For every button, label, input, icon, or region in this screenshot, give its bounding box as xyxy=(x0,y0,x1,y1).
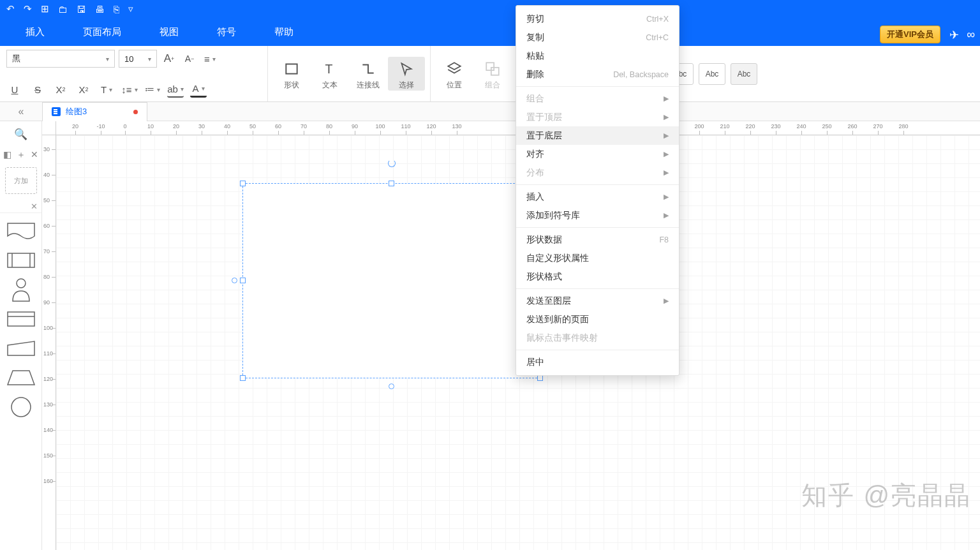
shape-predefined-process[interactable] xyxy=(5,249,37,272)
document-tab[interactable]: 绘图3 xyxy=(42,102,147,121)
context-menu-item[interactable]: 复制Ctrl+C xyxy=(516,28,679,47)
font-family-select[interactable]: 黑▾ xyxy=(6,50,115,68)
shape-tool-button[interactable]: 形状 xyxy=(273,57,310,91)
menu-page-layout[interactable]: 页面布局 xyxy=(83,26,121,38)
connector-tool-button[interactable]: 连接线 xyxy=(350,57,387,91)
vip-button[interactable]: 开通VIP会员 xyxy=(880,26,940,43)
chevron-right-icon: ▶ xyxy=(664,211,669,219)
context-menu-item: 置于顶层▶ xyxy=(516,108,679,126)
increase-font-icon[interactable]: A+ xyxy=(161,50,177,67)
ruler-tick: 230 xyxy=(771,123,780,130)
context-menu-item[interactable]: 对齐▶ xyxy=(516,145,679,163)
tab-title: 绘图3 xyxy=(66,106,87,117)
sidebar-section-close-icon[interactable]: ✕ xyxy=(31,202,38,211)
collapse-sidebar-icon[interactable]: « xyxy=(0,106,42,117)
context-menu-item[interactable]: 形状格式 xyxy=(516,267,679,286)
position-button[interactable]: 位置 xyxy=(436,57,473,91)
shape-trapezoid[interactable] xyxy=(5,366,37,389)
sidebar-add-icon[interactable]: ＋ xyxy=(17,149,26,161)
context-menu-item: 鼠标点击事件映射 xyxy=(516,329,679,347)
ruler-tick: 50 xyxy=(249,123,256,130)
shape-document[interactable] xyxy=(5,219,37,242)
ruler-tick: 20 xyxy=(72,123,78,130)
qat-more-icon[interactable]: ▿ xyxy=(128,3,133,15)
text-tool-button[interactable]: T文本 xyxy=(311,57,348,91)
font-size-select[interactable]: 10▾ xyxy=(119,50,157,68)
ruler-tick: 0 xyxy=(123,123,126,130)
font-color-icon[interactable]: A▾ xyxy=(190,81,207,98)
context-menu-item[interactable]: 粘贴 xyxy=(516,47,679,65)
text-style-icon[interactable]: ab▾ xyxy=(167,81,184,98)
open-icon[interactable]: 🗀 xyxy=(58,4,68,15)
undo-icon[interactable]: ↶ xyxy=(6,3,15,15)
ruler-tick: 60 xyxy=(43,223,50,229)
text-direction-icon[interactable]: T▾ xyxy=(98,81,115,98)
sidebar-placeholder[interactable]: 方加 xyxy=(5,167,37,194)
superscript-icon[interactable]: X2 xyxy=(52,81,69,98)
select-tool-button[interactable]: 选择 xyxy=(388,57,425,91)
sidebar-close-icon[interactable]: ✕ xyxy=(31,149,38,161)
context-menu-item[interactable]: 添加到符号库▶ xyxy=(516,206,679,225)
subscript-icon[interactable]: X2 xyxy=(75,81,92,98)
context-menu-item[interactable]: 形状数据F8 xyxy=(516,230,679,249)
strikethrough-icon[interactable]: S xyxy=(29,81,46,98)
svg-point-11 xyxy=(11,398,31,417)
selected-shape[interactable] xyxy=(242,183,540,378)
context-menu-item[interactable]: 插入▶ xyxy=(516,188,679,206)
context-menu-item[interactable]: 剪切Ctrl+X xyxy=(516,10,679,28)
ruler-tick: 130 xyxy=(452,123,461,130)
rotate-handle-icon[interactable] xyxy=(388,160,396,167)
style-preset-6[interactable]: Abc xyxy=(731,63,757,85)
bullet-list-icon[interactable]: ≔▾ xyxy=(144,81,161,98)
print-icon[interactable]: 🖶 xyxy=(95,4,105,15)
chevron-right-icon: ▶ xyxy=(664,193,669,201)
align-icon[interactable]: ≡▾ xyxy=(202,50,218,67)
redo-icon[interactable]: ↷ xyxy=(24,3,32,15)
menu-help[interactable]: 帮助 xyxy=(274,26,293,38)
ruler-tick: 210 xyxy=(720,123,729,130)
context-menu-item[interactable]: 置于底层▶ xyxy=(516,126,679,145)
style-preset-5[interactable]: Abc xyxy=(699,63,725,85)
vertical-ruler: 30405060708090100110120130140150160 xyxy=(42,135,56,550)
context-menu-item[interactable]: 删除Del, Backspace xyxy=(516,65,679,84)
ruler-tick: 110 xyxy=(401,123,410,130)
ruler-tick: 40 xyxy=(43,172,50,178)
title-bar: ↶ ↷ ⊞ 🗀 🖫 🖶 ⎘ ▿ 插入 页面布局 视图 符号 帮助 xyxy=(0,0,980,46)
menu-view[interactable]: 视图 xyxy=(160,26,179,38)
ruler-tick: 10 xyxy=(147,123,154,130)
context-menu-item[interactable]: 居中 xyxy=(516,353,679,371)
decrease-font-icon[interactable]: A− xyxy=(181,50,198,67)
context-menu-item[interactable]: 发送至图层▶ xyxy=(516,292,679,310)
ruler-tick: 70 xyxy=(301,123,307,130)
export-icon[interactable]: ⎘ xyxy=(114,4,119,15)
context-menu-item[interactable]: 发送到新的页面 xyxy=(516,310,679,329)
send-icon[interactable]: ✈ xyxy=(949,28,959,42)
save-icon[interactable]: 🖫 xyxy=(77,4,86,15)
shape-circle[interactable] xyxy=(5,396,37,419)
context-menu-item[interactable]: 自定义形状属性 xyxy=(516,249,679,267)
chevron-right-icon: ▶ xyxy=(664,131,669,140)
shape-person[interactable] xyxy=(5,278,37,301)
search-icon[interactable]: 🔍 xyxy=(12,125,30,143)
new-icon[interactable]: ⊞ xyxy=(41,3,49,15)
menu-insert[interactable]: 插入 xyxy=(26,26,45,38)
chevron-right-icon: ▶ xyxy=(664,113,669,121)
ruler-tick: 220 xyxy=(745,123,755,130)
menu-symbol[interactable]: 符号 xyxy=(217,26,236,38)
shape-card[interactable] xyxy=(5,308,37,331)
svg-rect-9 xyxy=(8,312,34,326)
ruler-tick: 80 xyxy=(43,274,50,280)
ruler-tick: 280 xyxy=(898,123,908,130)
ruler-tick: 30 xyxy=(198,123,205,130)
underline-icon[interactable]: U xyxy=(6,81,23,98)
sidebar-add-panel-icon[interactable]: ◧ xyxy=(3,149,11,161)
svg-point-8 xyxy=(17,279,26,288)
shape-manual-input[interactable] xyxy=(5,337,37,360)
chevron-right-icon: ▶ xyxy=(664,94,669,103)
svg-rect-0 xyxy=(286,64,297,73)
ruler-tick: 200 xyxy=(694,123,704,130)
line-spacing-icon[interactable]: ↕≡▾ xyxy=(121,81,138,98)
ruler-tick: 250 xyxy=(822,123,831,130)
group-button: 组合 xyxy=(474,57,511,91)
infinity-icon[interactable]: ∞ xyxy=(967,28,975,42)
